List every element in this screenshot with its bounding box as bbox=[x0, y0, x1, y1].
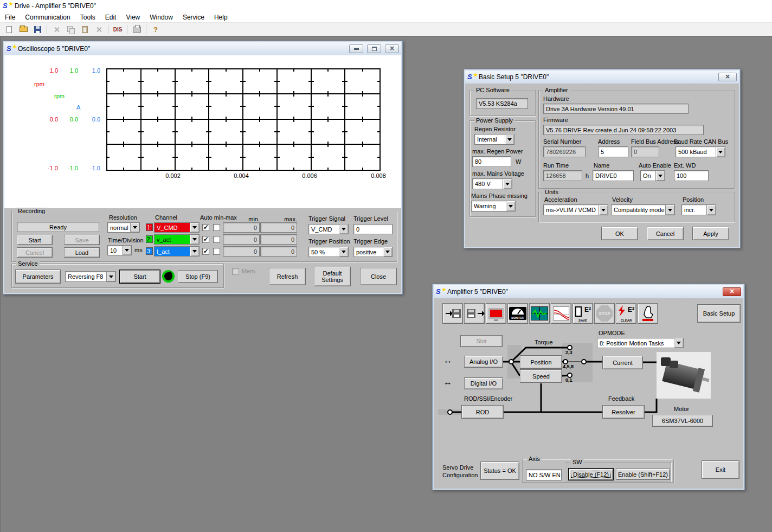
refresh-button[interactable]: Refresh bbox=[269, 268, 306, 285]
position-button[interactable]: Position bbox=[520, 355, 562, 369]
timediv-select[interactable]: 10 bbox=[107, 245, 132, 255]
channel-2-manual-checkbox[interactable] bbox=[213, 236, 220, 243]
dropdown-button[interactable] bbox=[655, 171, 665, 181]
analog-io-button[interactable]: Analog I/O bbox=[464, 356, 503, 368]
apply-button[interactable]: Apply bbox=[692, 227, 729, 240]
basic-setup-button[interactable]: Basic Setup bbox=[697, 304, 741, 323]
trigger-signal-select[interactable]: V_CMD bbox=[308, 224, 349, 234]
drive-name-input[interactable] bbox=[593, 170, 634, 181]
menu-window[interactable]: Window bbox=[145, 12, 178, 22]
jog-button[interactable] bbox=[638, 303, 658, 324]
channel-1-manual-checkbox[interactable] bbox=[213, 224, 220, 231]
close-button[interactable] bbox=[718, 73, 737, 81]
dropdown-button[interactable] bbox=[716, 147, 725, 157]
print-button[interactable] bbox=[130, 24, 143, 35]
velocity-select[interactable]: Compatibility mode bbox=[611, 204, 675, 215]
parameters-button[interactable]: Parameters bbox=[15, 270, 61, 284]
bode-plot-button[interactable] bbox=[551, 303, 571, 324]
dropdown-button[interactable] bbox=[339, 247, 348, 257]
motor-type-button[interactable]: 6SM37VL-6000 bbox=[652, 415, 713, 427]
menu-communication[interactable]: Communication bbox=[20, 12, 75, 22]
dropdown-button[interactable] bbox=[339, 225, 348, 234]
channel-3-select[interactable]: I_act bbox=[154, 246, 200, 257]
position-unit-select[interactable]: incr. bbox=[681, 204, 716, 215]
phase-select[interactable]: Warning bbox=[471, 201, 516, 211]
new-button[interactable] bbox=[3, 24, 16, 35]
dropdown-button[interactable] bbox=[122, 246, 131, 255]
disable-drive-button[interactable]: DIS bbox=[111, 24, 124, 35]
service-start-button[interactable]: Start bbox=[120, 270, 160, 283]
extwd-input[interactable] bbox=[674, 170, 709, 181]
dropdown-button[interactable] bbox=[383, 247, 392, 257]
dropdown-button[interactable] bbox=[665, 205, 674, 215]
channel-1-select[interactable]: V_CMD bbox=[154, 222, 200, 233]
restore-button[interactable] bbox=[367, 44, 381, 53]
dropdown-button[interactable] bbox=[506, 201, 515, 211]
regen-select[interactable]: Internal bbox=[474, 134, 514, 145]
channel-2-auto-checkbox[interactable] bbox=[202, 236, 209, 243]
baud-select[interactable]: 500 kBaud bbox=[676, 146, 725, 157]
menu-help[interactable]: Help bbox=[209, 12, 233, 22]
trigger-position-select[interactable]: 50 % bbox=[308, 247, 349, 257]
record-start-button[interactable]: Start bbox=[17, 235, 53, 245]
oscilloscope-button[interactable] bbox=[529, 303, 550, 324]
dropdown-button[interactable] bbox=[130, 223, 139, 232]
close-button[interactable] bbox=[385, 44, 399, 53]
trigger-level-input[interactable] bbox=[353, 224, 393, 234]
ok-button[interactable]: OK bbox=[601, 227, 638, 240]
open-button[interactable] bbox=[17, 24, 30, 35]
service-mode-select[interactable]: Reversing F8 bbox=[65, 271, 116, 282]
channel-1-auto-checkbox[interactable] bbox=[202, 224, 209, 231]
menu-tools[interactable]: Tools bbox=[75, 12, 100, 22]
menu-file[interactable]: File bbox=[0, 12, 20, 22]
trigger-edge-select[interactable]: positive bbox=[353, 247, 393, 257]
oscilloscope-titlebar[interactable]: Oscilloscope 5 "DRIVE0" bbox=[4, 42, 401, 55]
speed-button[interactable]: Speed bbox=[520, 369, 562, 383]
address-input[interactable] bbox=[598, 146, 628, 157]
mains-select[interactable]: 480 V bbox=[472, 178, 512, 189]
resolver-button[interactable]: Resolver bbox=[602, 405, 645, 419]
record-load-button[interactable]: Load bbox=[64, 247, 100, 258]
amplifier-titlebar[interactable]: Amplifier 5 "DRIVE0" bbox=[434, 285, 743, 298]
dropdown-button[interactable] bbox=[190, 247, 199, 256]
help-button[interactable]: ? bbox=[149, 24, 162, 35]
acceleration-select[interactable]: ms->VLIM / VCMD bbox=[543, 204, 608, 215]
app-titlebar[interactable]: Drive - Amplifier 5 "DRIVE0" bbox=[0, 0, 772, 12]
dropdown-button[interactable] bbox=[106, 272, 115, 281]
dropdown-button[interactable] bbox=[505, 134, 514, 144]
dropdown-button[interactable] bbox=[503, 179, 512, 189]
disable-button[interactable]: Disable (F12) bbox=[569, 469, 613, 480]
close-button[interactable] bbox=[723, 287, 741, 296]
dropdown-button[interactable] bbox=[599, 205, 608, 215]
default-settings-button[interactable]: Default Settings bbox=[314, 267, 351, 286]
export-params-button[interactable] bbox=[464, 303, 485, 324]
dropdown-button[interactable] bbox=[190, 223, 199, 232]
channel-2-select[interactable]: v_act bbox=[154, 234, 200, 245]
eeprom-clear-button[interactable]: E² CLEAR bbox=[616, 303, 636, 324]
channel-3-manual-checkbox[interactable] bbox=[213, 248, 220, 255]
status-button[interactable]: Status = OK bbox=[480, 462, 519, 480]
channel-3-auto-checkbox[interactable] bbox=[202, 248, 209, 255]
digital-io-button[interactable]: Digital I/O bbox=[464, 377, 503, 389]
dropdown-button[interactable] bbox=[674, 338, 683, 348]
dropdown-button[interactable] bbox=[190, 235, 199, 244]
eeprom-save-button[interactable]: E² SAVE bbox=[572, 303, 593, 324]
current-button[interactable]: Current bbox=[602, 356, 643, 369]
menu-view[interactable]: View bbox=[121, 12, 145, 22]
dropdown-button[interactable] bbox=[706, 205, 716, 215]
monitor-button[interactable]: MONITOR bbox=[507, 303, 528, 324]
save-button[interactable] bbox=[31, 24, 44, 35]
opmode-select[interactable]: 8: Position Motion Tasks bbox=[597, 338, 684, 348]
autoenable-select[interactable]: On bbox=[640, 170, 665, 181]
screen-button[interactable] bbox=[486, 303, 506, 324]
enable-button[interactable]: Enable (Shift+F12) bbox=[616, 469, 670, 480]
exit-button[interactable]: Exit bbox=[702, 460, 739, 479]
menu-service[interactable]: Service bbox=[178, 12, 209, 22]
service-stop-button[interactable]: Stop (F9) bbox=[178, 270, 218, 283]
minimize-button[interactable] bbox=[349, 44, 363, 53]
resolution-select[interactable]: normal bbox=[107, 222, 140, 233]
basic-setup-titlebar[interactable]: Basic Setup 5 "DRIVE0" bbox=[465, 70, 739, 84]
maxregen-input[interactable] bbox=[472, 156, 511, 167]
menu-edit[interactable]: Edit bbox=[100, 12, 121, 22]
cancel-button[interactable]: Cancel bbox=[647, 227, 684, 240]
